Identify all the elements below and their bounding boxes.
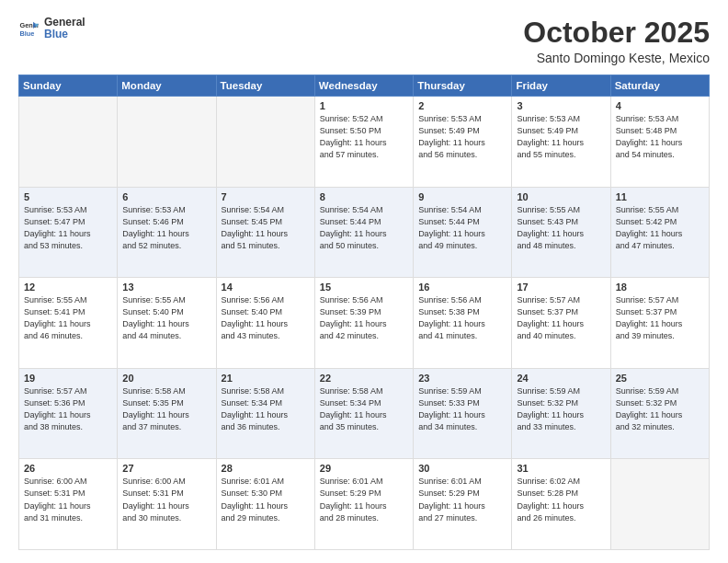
day-number: 12: [24, 282, 112, 293]
calendar-cell: [610, 459, 709, 550]
day-number: 4: [616, 100, 704, 111]
calendar-cell: 16Sunrise: 5:56 AMSunset: 5:38 PMDayligh…: [414, 278, 512, 369]
calendar-cell: 10Sunrise: 5:55 AMSunset: 5:43 PMDayligh…: [512, 187, 610, 278]
day-number: 29: [320, 463, 408, 474]
calendar-cell: 13Sunrise: 5:55 AMSunset: 5:40 PMDayligh…: [118, 278, 216, 369]
day-info: Sunrise: 5:54 AMSunset: 5:45 PMDaylight:…: [222, 204, 310, 252]
col-wednesday: Wednesday: [314, 75, 413, 97]
calendar-cell: 6Sunrise: 5:53 AMSunset: 5:46 PMDaylight…: [118, 187, 216, 278]
day-number: 22: [320, 373, 408, 384]
location: Santo Domingo Keste, Mexico: [523, 51, 710, 65]
logo-blue: Blue: [44, 29, 85, 40]
calendar-cell: 26Sunrise: 6:00 AMSunset: 5:31 PMDayligh…: [19, 459, 118, 550]
day-info: Sunrise: 5:57 AMSunset: 5:37 PMDaylight:…: [517, 294, 605, 342]
day-number: 8: [320, 191, 408, 202]
week-row-3: 12Sunrise: 5:55 AMSunset: 5:41 PMDayligh…: [19, 278, 710, 369]
col-saturday: Saturday: [610, 75, 709, 97]
calendar-header-row: Sunday Monday Tuesday Wednesday Thursday…: [19, 75, 710, 97]
day-number: 27: [122, 463, 210, 474]
day-info: Sunrise: 5:58 AMSunset: 5:34 PMDaylight:…: [320, 385, 408, 433]
day-number: 13: [122, 282, 210, 293]
day-number: 25: [616, 373, 704, 384]
day-number: 28: [222, 463, 310, 474]
calendar-cell: 21Sunrise: 5:58 AMSunset: 5:34 PMDayligh…: [216, 368, 314, 459]
day-info: Sunrise: 5:56 AMSunset: 5:39 PMDaylight:…: [320, 294, 408, 342]
day-info: Sunrise: 6:01 AMSunset: 5:29 PMDaylight:…: [320, 476, 408, 523]
page: General Blue General Blue October 2025 S…: [0, 0, 728, 563]
day-number: 11: [616, 191, 704, 202]
calendar-cell: 31Sunrise: 6:02 AMSunset: 5:28 PMDayligh…: [512, 459, 610, 550]
day-info: Sunrise: 6:01 AMSunset: 5:30 PMDaylight:…: [222, 476, 310, 523]
day-number: 20: [122, 373, 210, 384]
day-number: 26: [24, 463, 112, 474]
day-info: Sunrise: 6:00 AMSunset: 5:31 PMDaylight:…: [122, 476, 210, 523]
day-number: 1: [320, 100, 408, 111]
day-info: Sunrise: 5:53 AMSunset: 5:48 PMDaylight:…: [616, 113, 704, 161]
logo: General Blue General Blue: [18, 17, 85, 40]
calendar-cell: 15Sunrise: 5:56 AMSunset: 5:39 PMDayligh…: [314, 278, 413, 369]
day-info: Sunrise: 6:01 AMSunset: 5:29 PMDaylight:…: [418, 476, 506, 523]
calendar-table: Sunday Monday Tuesday Wednesday Thursday…: [18, 75, 710, 550]
day-number: 9: [418, 191, 506, 202]
col-friday: Friday: [512, 75, 610, 97]
calendar-cell: 8Sunrise: 5:54 AMSunset: 5:44 PMDaylight…: [314, 187, 413, 278]
calendar-cell: [118, 97, 216, 188]
day-number: 10: [517, 191, 605, 202]
day-info: Sunrise: 5:53 AMSunset: 5:46 PMDaylight:…: [122, 204, 210, 252]
day-number: 3: [517, 100, 605, 111]
day-info: Sunrise: 5:53 AMSunset: 5:47 PMDaylight:…: [24, 204, 112, 252]
day-info: Sunrise: 5:59 AMSunset: 5:33 PMDaylight:…: [418, 385, 506, 433]
day-info: Sunrise: 5:55 AMSunset: 5:41 PMDaylight:…: [24, 294, 112, 342]
day-number: 6: [122, 191, 210, 202]
day-number: 31: [517, 463, 605, 474]
calendar-cell: 7Sunrise: 5:54 AMSunset: 5:45 PMDaylight…: [216, 187, 314, 278]
calendar-cell: 5Sunrise: 5:53 AMSunset: 5:47 PMDaylight…: [19, 187, 118, 278]
calendar-cell: 4Sunrise: 5:53 AMSunset: 5:48 PMDaylight…: [610, 97, 709, 188]
day-number: 15: [320, 282, 408, 293]
calendar-cell: 18Sunrise: 5:57 AMSunset: 5:37 PMDayligh…: [610, 278, 709, 369]
calendar-cell: 19Sunrise: 5:57 AMSunset: 5:36 PMDayligh…: [19, 368, 118, 459]
calendar-cell: 2Sunrise: 5:53 AMSunset: 5:49 PMDaylight…: [414, 97, 512, 188]
calendar-cell: 3Sunrise: 5:53 AMSunset: 5:49 PMDaylight…: [512, 97, 610, 188]
day-info: Sunrise: 5:54 AMSunset: 5:44 PMDaylight:…: [320, 204, 408, 252]
day-number: 14: [222, 282, 310, 293]
week-row-2: 5Sunrise: 5:53 AMSunset: 5:47 PMDaylight…: [19, 187, 710, 278]
day-info: Sunrise: 6:02 AMSunset: 5:28 PMDaylight:…: [517, 476, 605, 523]
col-monday: Monday: [118, 75, 216, 97]
day-info: Sunrise: 5:57 AMSunset: 5:36 PMDaylight:…: [24, 385, 112, 433]
day-info: Sunrise: 5:52 AMSunset: 5:50 PMDaylight:…: [320, 113, 408, 161]
calendar-cell: 14Sunrise: 5:56 AMSunset: 5:40 PMDayligh…: [216, 278, 314, 369]
day-number: 23: [418, 373, 506, 384]
calendar-cell: 27Sunrise: 6:00 AMSunset: 5:31 PMDayligh…: [118, 459, 216, 550]
day-info: Sunrise: 5:54 AMSunset: 5:44 PMDaylight:…: [418, 204, 506, 252]
month-title: October 2025: [523, 17, 710, 49]
calendar-cell: 20Sunrise: 5:58 AMSunset: 5:35 PMDayligh…: [118, 368, 216, 459]
day-number: 5: [24, 191, 112, 202]
day-info: Sunrise: 5:57 AMSunset: 5:37 PMDaylight:…: [616, 294, 704, 342]
calendar-cell: 1Sunrise: 5:52 AMSunset: 5:50 PMDaylight…: [314, 97, 413, 188]
day-info: Sunrise: 5:55 AMSunset: 5:43 PMDaylight:…: [517, 204, 605, 252]
calendar-cell: 25Sunrise: 5:59 AMSunset: 5:32 PMDayligh…: [610, 368, 709, 459]
calendar-cell: [216, 97, 314, 188]
svg-text:Blue: Blue: [19, 29, 34, 38]
day-info: Sunrise: 5:58 AMSunset: 5:34 PMDaylight:…: [222, 385, 310, 433]
day-info: Sunrise: 5:55 AMSunset: 5:40 PMDaylight:…: [122, 294, 210, 342]
calendar-cell: 17Sunrise: 5:57 AMSunset: 5:37 PMDayligh…: [512, 278, 610, 369]
calendar-cell: 22Sunrise: 5:58 AMSunset: 5:34 PMDayligh…: [314, 368, 413, 459]
calendar-cell: 28Sunrise: 6:01 AMSunset: 5:30 PMDayligh…: [216, 459, 314, 550]
calendar-cell: 29Sunrise: 6:01 AMSunset: 5:29 PMDayligh…: [314, 459, 413, 550]
day-info: Sunrise: 5:53 AMSunset: 5:49 PMDaylight:…: [418, 113, 506, 161]
col-tuesday: Tuesday: [216, 75, 314, 97]
day-info: Sunrise: 5:59 AMSunset: 5:32 PMDaylight:…: [616, 385, 704, 433]
day-number: 19: [24, 373, 112, 384]
header: General Blue General Blue October 2025 S…: [18, 17, 710, 65]
calendar-cell: [19, 97, 118, 188]
week-row-5: 26Sunrise: 6:00 AMSunset: 5:31 PMDayligh…: [19, 459, 710, 550]
calendar-cell: 24Sunrise: 5:59 AMSunset: 5:32 PMDayligh…: [512, 368, 610, 459]
day-number: 17: [517, 282, 605, 293]
col-sunday: Sunday: [19, 75, 118, 97]
day-number: 21: [222, 373, 310, 384]
day-number: 2: [418, 100, 506, 111]
day-info: Sunrise: 5:56 AMSunset: 5:38 PMDaylight:…: [418, 294, 506, 342]
day-info: Sunrise: 5:59 AMSunset: 5:32 PMDaylight:…: [517, 385, 605, 433]
